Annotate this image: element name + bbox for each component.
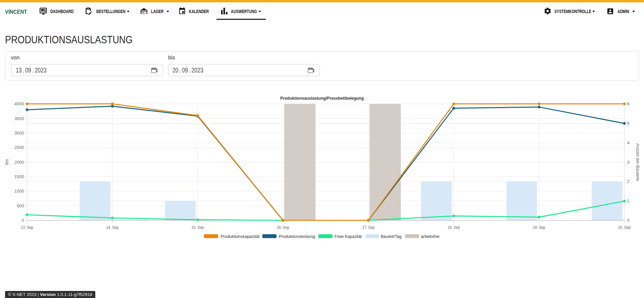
svg-text:arbeitsfrei: arbeitsfrei bbox=[421, 234, 439, 239]
svg-text:2000: 2000 bbox=[14, 160, 24, 165]
svg-text:6: 6 bbox=[627, 101, 630, 106]
svg-text:0: 0 bbox=[22, 218, 24, 223]
svg-text:3: 3 bbox=[627, 160, 630, 165]
svg-text:20. Sep: 20. Sep bbox=[618, 225, 631, 230]
svg-text:5: 5 bbox=[627, 121, 630, 126]
svg-text:Freie Kapazität: Freie Kapazität bbox=[335, 234, 362, 239]
svg-text:17. Sep: 17. Sep bbox=[362, 225, 375, 230]
svg-text:14. Sep: 14. Sep bbox=[106, 225, 118, 230]
svg-text:13. Sep: 13. Sep bbox=[21, 225, 33, 230]
svg-text:2: 2 bbox=[627, 179, 630, 184]
svg-text:3000: 3000 bbox=[14, 131, 24, 136]
svg-text:19. Sep: 19. Sep bbox=[533, 225, 545, 230]
svg-text:1: 1 bbox=[627, 198, 630, 203]
svg-text:4000: 4000 bbox=[14, 101, 24, 106]
svg-text:1000: 1000 bbox=[14, 189, 24, 194]
svg-text:0: 0 bbox=[627, 218, 630, 223]
svg-text:Produktionsauslastung/Pressbet: Produktionsauslastung/Pressbettbelegung bbox=[280, 96, 364, 101]
svg-text:16. Sep: 16. Sep bbox=[277, 225, 289, 230]
svg-text:Produktionskapazität: Produktionskapazität bbox=[221, 234, 260, 239]
svg-text:15. Sep: 15. Sep bbox=[192, 225, 204, 230]
svg-text:3500: 3500 bbox=[14, 116, 24, 121]
svg-text:1500: 1500 bbox=[14, 174, 24, 179]
svg-text:4: 4 bbox=[627, 140, 630, 145]
svg-text:lfm: lfm bbox=[4, 159, 9, 165]
svg-text:Bauteil/Tag: Bauteil/Tag bbox=[381, 234, 402, 239]
svg-text:2500: 2500 bbox=[14, 145, 24, 150]
svg-text:18. Sep: 18. Sep bbox=[448, 225, 460, 230]
svg-text:Anzahl der Bauteile: Anzahl der Bauteile bbox=[635, 143, 640, 181]
svg-text:Produktionsleistung: Produktionsleistung bbox=[279, 234, 315, 239]
svg-text:500: 500 bbox=[17, 203, 24, 208]
